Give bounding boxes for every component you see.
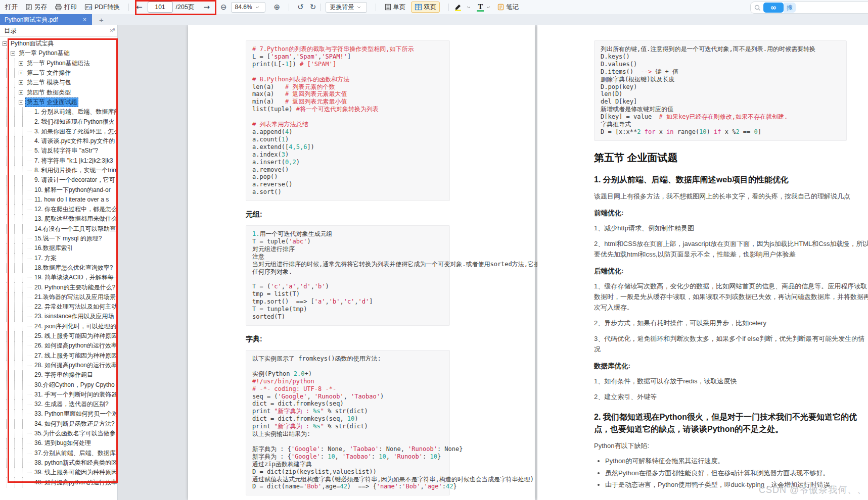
expand-icon[interactable]: + <box>19 90 23 95</box>
tree-guide-line <box>6 477 11 487</box>
toc-item[interactable]: +第四节 数据类型 <box>3 87 117 97</box>
toc-item[interactable]: 7. 将字符串 "k:1 |k1:2|k2:3|k3 <box>3 156 117 166</box>
toc-item[interactable]: −第五节 企业面试题 <box>3 97 117 107</box>
toc-item[interactable]: 16.数据库索引 <box>3 243 117 253</box>
toc-item[interactable]: 21.装饰器的写法以及应用场景 <box>3 292 117 302</box>
pdf-convert-button[interactable]: PW PDF转换 <box>84 3 120 12</box>
single-page-button[interactable]: 单页 <box>381 2 409 13</box>
toc-item[interactable]: 3. 如果你困在了死循环里，怎么 <box>3 127 117 136</box>
toc-item[interactable]: 27. 线上服务可能因为种种原因 <box>3 351 117 361</box>
toc-item[interactable]: 23. isinstance作用以及应用场 <box>3 312 117 321</box>
tree-branch-line <box>27 424 31 424</box>
tree-guide-line <box>14 282 19 292</box>
toc-item[interactable]: 29. 字符串的操作题目 <box>3 370 117 380</box>
toc-item[interactable]: 9. 请设计一个decorator，它可 <box>3 175 117 185</box>
toc-item[interactable]: 5. 请反转字符串 "aStr"? <box>3 146 117 156</box>
tree-guide-line <box>22 409 27 419</box>
toc-item[interactable]: 38. python新式类和经典类的区 <box>3 458 117 468</box>
collapse-icon[interactable]: − <box>3 41 7 46</box>
toc-item[interactable]: 26. 如何提高python的运行效率 <box>3 341 117 351</box>
open-button[interactable]: 打开 <box>5 3 18 12</box>
tree-guide-line <box>14 370 19 380</box>
next-page-button[interactable]: → <box>201 3 212 12</box>
toc-item[interactable]: 1. 分别从前端、后端、数据库阐述 <box>3 107 117 117</box>
toc-item[interactable]: 18.数据库怎么优化查询效率? <box>3 263 117 273</box>
toc-item[interactable]: 2. 我们都知道现在Python很火， <box>3 117 117 126</box>
toc-item[interactable]: 30.介绍Cython，Pypy Cpytho <box>3 380 117 389</box>
tree-guide-line <box>14 59 19 68</box>
infinity-badge-icon[interactable]: ∞ <box>763 3 784 13</box>
toc-item[interactable]: +第二节 文件操作 <box>3 68 117 78</box>
collapse-icon[interactable]: − <box>11 51 15 56</box>
toc-item[interactable]: 34. 如何判断是函数还是方法? <box>3 419 117 429</box>
toc-item[interactable]: 32. 生成器，迭代器的区别? <box>3 399 117 409</box>
toc-item[interactable]: 24. json序列化时，可以处理的 <box>3 322 117 331</box>
tab-active-document[interactable]: Python面试宝典.pdf × <box>0 14 92 25</box>
toc-item[interactable]: 31. 手写一个判断时间的装饰器 <box>3 390 117 399</box>
toc-item[interactable]: 15.说一下 mysql 的原理? <box>3 234 117 243</box>
toc-item[interactable]: 13. 爬取这些数据都用来做什么 <box>3 214 117 224</box>
expand-icon[interactable]: + <box>19 71 23 75</box>
search-box[interactable]: ∞ 搜 <box>750 2 868 14</box>
toc-item[interactable]: 39. 线上服务可能因为种种原因 <box>3 468 117 477</box>
tree-guide-line <box>6 214 11 224</box>
paragraph: Python有以下缺陷: <box>594 440 868 451</box>
toc-item[interactable]: 36. 遇到bug如何处理 <box>3 438 117 448</box>
toc-scroll-up-icon[interactable]: ∧ <box>112 26 116 32</box>
double-page-button[interactable]: 双页 <box>411 2 440 13</box>
toc-item[interactable]: 11. how do I iterate over a s <box>3 195 117 205</box>
new-tab-button[interactable]: + <box>96 14 107 25</box>
collapse-icon[interactable]: − <box>19 100 23 105</box>
toc-item-label: 20. Python的主要功能是什么? <box>33 283 117 292</box>
toc-item[interactable]: 22. 异常处理写法以及如何主动 <box>3 302 117 312</box>
bold-label: 前端优化: <box>594 209 868 218</box>
zoom-in-button[interactable]: ⊕ <box>274 3 281 12</box>
toolbar-divider <box>289 4 289 11</box>
zoom-level-select[interactable]: 84.6% <box>231 2 265 13</box>
toc-item[interactable]: 19. 简单谈谈ACID，并解释每一 <box>3 273 117 282</box>
toc-item[interactable]: 17. 方案 <box>3 254 117 263</box>
prev-page-button[interactable]: ← <box>134 3 145 12</box>
undo-button[interactable]: ↺ <box>294 3 307 12</box>
toc-item[interactable]: 25. 线上服务可能因为种种原因 <box>3 331 117 341</box>
expand-icon[interactable]: + <box>19 61 23 66</box>
page-number-input[interactable] <box>148 2 173 13</box>
toc-item[interactable]: 37.分别从前端、后端、数据库 <box>3 448 117 458</box>
toc-item[interactable]: 10. 解释一下python的and-or <box>3 185 117 194</box>
tab-close-icon[interactable]: × <box>82 16 87 23</box>
toc-item[interactable]: +第三节 模块与包 <box>3 78 117 87</box>
redo-button[interactable]: ↻ <box>307 3 319 12</box>
text-tool-button[interactable]: T <box>477 3 484 12</box>
highlighter-button[interactable] <box>454 4 464 11</box>
toc-item[interactable]: 28. 如何提高python的运行效率 <box>3 361 117 370</box>
expand-icon[interactable]: + <box>19 80 23 85</box>
toc-item[interactable]: 8. 利用切片操作，实现一个trim <box>3 166 117 175</box>
tree-guide-line <box>22 166 27 175</box>
change-background-button[interactable]: 更换背景 <box>326 2 367 13</box>
tree-guide-line <box>6 399 11 409</box>
toc-item-label: 21.装饰器的写法以及应用场景 <box>33 292 117 302</box>
search-segment-label[interactable]: 搜 <box>784 3 796 13</box>
toc-item[interactable]: 40. 如何提高python的运行效率 <box>3 477 117 487</box>
toc-item[interactable]: +第一节 Python基础语法 <box>3 59 117 68</box>
tree-guide-line <box>22 399 27 409</box>
zoom-out-button[interactable]: ⊖ <box>220 3 227 12</box>
toc-item[interactable]: −第一章 Python基础 <box>3 48 117 58</box>
highlighter-dropdown-icon[interactable] <box>467 6 471 9</box>
toc-item[interactable]: −Python面试宝典 <box>3 39 117 48</box>
tree-branch-line <box>27 151 31 151</box>
toc-item[interactable]: 35.为什么函数名字可以当做参 <box>3 429 117 438</box>
print-icon <box>55 4 62 11</box>
toc-item-label: 27. 线上服务可能因为种种原因 <box>33 351 117 361</box>
toc-item[interactable]: 4. 请谈谈.pyc文件和.py文件的 <box>3 136 117 146</box>
toc-item[interactable]: 14.有没有一个工具可以帮助查 <box>3 224 117 234</box>
print-button[interactable]: 打印 <box>55 3 77 12</box>
tree-guide-line <box>14 429 19 438</box>
tree-guide-line <box>14 341 19 351</box>
text-tool-dropdown-icon[interactable] <box>486 6 490 9</box>
save-as-button[interactable]: 另存 <box>25 3 47 12</box>
notes-button[interactable]: 笔记 <box>497 3 519 12</box>
toc-item[interactable]: 20. Python的主要功能是什么? <box>3 282 117 292</box>
toc-item[interactable]: 12. 你在爬虫过程中，都是怎么 <box>3 205 117 214</box>
toc-item[interactable]: 33. Python里面如何拷贝一个对 <box>3 409 117 419</box>
